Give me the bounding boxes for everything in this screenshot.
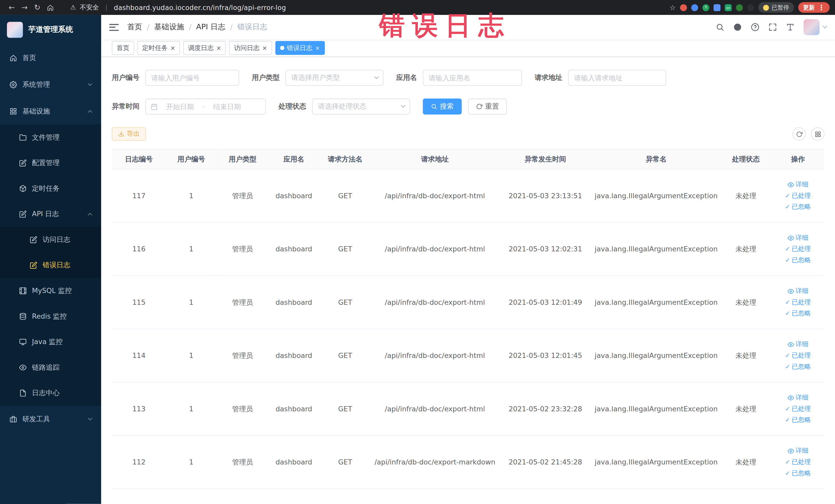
ignored-link[interactable]: ✓已忽略 xyxy=(785,416,811,424)
check-icon: ✓ xyxy=(785,470,790,476)
back-icon[interactable]: ← xyxy=(5,2,18,13)
logo[interactable]: 芋道管理系统 xyxy=(0,15,101,45)
sidebar-item-java-monitor[interactable]: Java 监控 xyxy=(0,329,101,355)
ignored-link[interactable]: ✓已忽略 xyxy=(785,362,811,371)
detail-link[interactable]: 详细 xyxy=(788,446,808,456)
search-icon[interactable] xyxy=(716,23,724,31)
user-type-select[interactable]: 请选择用户类型 xyxy=(285,70,384,86)
sidebar-item-home[interactable]: 首页 xyxy=(0,45,101,72)
column-settings-button[interactable] xyxy=(811,127,824,141)
tab-error-log[interactable]: 错误日志 × xyxy=(275,41,325,55)
table-toolbar: 导出 xyxy=(112,127,824,141)
user-menu[interactable] xyxy=(804,19,827,35)
home-icon xyxy=(9,55,17,62)
sidebar-item-access-log[interactable]: 访问日志 xyxy=(0,227,101,253)
ignored-link[interactable]: ✓已忽略 xyxy=(785,309,811,318)
search-button[interactable]: 搜索 xyxy=(423,99,462,115)
export-button[interactable]: 导出 xyxy=(112,127,146,141)
check-icon: ✓ xyxy=(785,417,790,423)
github-icon[interactable] xyxy=(733,23,742,31)
bookmark-star-icon[interactable]: ☆ xyxy=(669,3,676,11)
extension-icon-green-circle[interactable]: Y xyxy=(702,4,709,11)
sidebar-item-mysql-monitor[interactable]: MySQL 监控 xyxy=(0,278,101,304)
processed-link[interactable]: ✓已处理 xyxy=(785,404,811,414)
close-icon[interactable]: × xyxy=(262,45,267,51)
extension-icon-blue-grid[interactable] xyxy=(714,4,720,11)
tab-access-log[interactable]: 访问日志 × xyxy=(229,41,272,55)
eye-icon xyxy=(788,448,794,454)
sidebar-item-error-log[interactable]: 错误日志 xyxy=(0,253,101,278)
detail-link[interactable]: 详细 xyxy=(788,180,808,189)
address-bar[interactable]: ⚠ 不安全 | dashboard.yudao.iocoder.cn/infra… xyxy=(70,3,286,12)
refresh-icon xyxy=(796,131,802,137)
ignored-link[interactable]: ✓已忽略 xyxy=(785,202,811,211)
ignored-link[interactable]: ✓已忽略 xyxy=(785,256,811,265)
breadcrumb-infrastructure[interactable]: 基础设施 xyxy=(154,22,184,32)
download-icon xyxy=(118,131,124,137)
col-user-id: 用户编号 xyxy=(166,149,217,169)
reload-icon[interactable]: ↻ xyxy=(31,2,44,13)
check-icon: ✓ xyxy=(785,193,790,199)
start-date-input[interactable] xyxy=(161,102,199,110)
breadcrumb-api-log[interactable]: API 日志 xyxy=(196,22,225,32)
process-status-select[interactable]: 请选择处理状态 xyxy=(312,99,410,115)
extension-icon-red[interactable] xyxy=(680,4,687,11)
close-icon[interactable]: × xyxy=(170,45,175,51)
exception-time-range-picker[interactable]: - xyxy=(145,99,266,115)
browser-home-icon[interactable] xyxy=(44,2,57,13)
hamburger-icon[interactable] xyxy=(109,24,119,31)
help-icon[interactable] xyxy=(751,23,759,31)
eye-icon xyxy=(788,235,794,241)
user-id-input[interactable] xyxy=(145,70,239,86)
processed-link[interactable]: ✓已处理 xyxy=(785,298,811,307)
sidebar-item-dev-tools[interactable]: 研发工具 xyxy=(0,406,101,432)
navbar-actions xyxy=(716,19,827,35)
check-icon: ✓ xyxy=(785,204,790,210)
font-size-icon[interactable] xyxy=(786,23,794,31)
sidebar-item-scheduled-tasks[interactable]: 定时任务 xyxy=(0,176,101,202)
detail-link[interactable]: 详细 xyxy=(788,393,808,402)
check-icon: ✓ xyxy=(785,352,790,358)
extension-icon-paw[interactable] xyxy=(747,4,754,11)
processed-link[interactable]: ✓已处理 xyxy=(785,244,811,254)
ignored-link[interactable]: ✓已忽略 xyxy=(785,469,811,478)
sidebar-item-redis-monitor[interactable]: Redis 监控 xyxy=(0,304,101,329)
end-date-input[interactable] xyxy=(208,102,246,110)
update-button[interactable]: 更新 ⋮ xyxy=(798,2,830,13)
paused-pill[interactable]: 已暂停 xyxy=(758,2,794,13)
main-area: 首页 / 基础设施 / API 日志 / 错误日志 xyxy=(101,15,835,504)
breadcrumb-home[interactable]: 首页 xyxy=(127,22,142,32)
sidebar-item-log-center[interactable]: 日志中心 xyxy=(0,380,101,406)
col-log-id: 日志编号 xyxy=(112,149,166,169)
kebab-menu-icon: ⋮ xyxy=(818,3,825,11)
extension-icon-green-leaf[interactable] xyxy=(736,4,743,11)
sidebar-item-config-management[interactable]: 配置管理 xyxy=(0,150,101,176)
close-icon[interactable]: × xyxy=(217,45,221,51)
grid-icon xyxy=(9,107,17,115)
tab-schedule-log[interactable]: 调度日志 × xyxy=(183,41,226,55)
request-url-input[interactable] xyxy=(568,70,666,86)
sidebar-item-system-management[interactable]: 系统管理 xyxy=(0,72,101,98)
detail-link[interactable]: 详细 xyxy=(788,234,808,242)
refresh-button[interactable] xyxy=(792,127,806,141)
sidebar-item-infrastructure[interactable]: 基础设施 xyxy=(0,98,101,125)
close-icon[interactable]: × xyxy=(315,45,320,51)
processed-link[interactable]: ✓已处理 xyxy=(785,351,811,360)
url-text: dashboard.yudao.iocoder.cn/infra/log/api… xyxy=(114,3,286,11)
forward-icon[interactable]: → xyxy=(18,2,31,13)
tab-home[interactable]: 首页 xyxy=(112,41,134,55)
tab-scheduled-tasks[interactable]: 定时任务 × xyxy=(137,41,180,55)
detail-link[interactable]: 详细 xyxy=(788,340,808,349)
processed-link[interactable]: ✓已处理 xyxy=(785,191,811,200)
processed-link[interactable]: ✓已处理 xyxy=(785,458,811,466)
sidebar-item-file-management[interactable]: 文件管理 xyxy=(0,124,101,150)
reset-button[interactable]: 重置 xyxy=(468,99,507,115)
fullscreen-icon[interactable] xyxy=(769,23,777,31)
extension-icon-blue-drop[interactable] xyxy=(691,4,698,11)
sidebar-item-api-log[interactable]: API 日志 xyxy=(0,201,101,227)
detail-link[interactable]: 详细 xyxy=(788,286,808,296)
avatar xyxy=(804,19,820,35)
extension-icon-on-badge[interactable]: on xyxy=(725,4,732,11)
app-name-input[interactable] xyxy=(423,70,522,86)
sidebar-item-link-tracing[interactable]: 链路追踪 xyxy=(0,355,101,381)
